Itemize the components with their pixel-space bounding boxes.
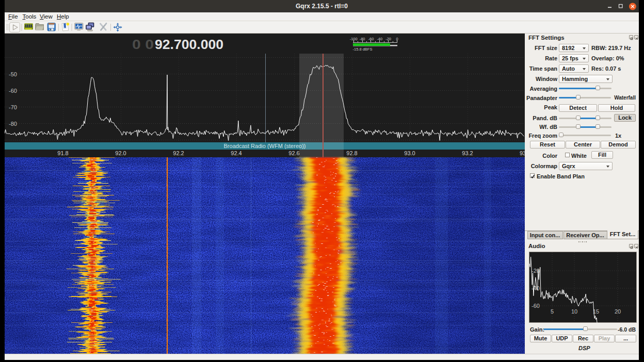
svg-text:-70: -70 [9, 104, 17, 110]
svg-text:-15.8 dBFS: -15.8 dBFS [353, 47, 373, 52]
svg-text:Broadcast Radio (WFM (stereo)): Broadcast Radio (WFM (stereo)) [224, 143, 306, 149]
svg-text:10: 10 [571, 308, 577, 315]
svg-text:20: 20 [615, 308, 621, 315]
svg-text:93.2: 93.2 [462, 150, 473, 156]
svg-text:93.0: 93.0 [404, 150, 415, 156]
svg-text:5: 5 [551, 308, 554, 315]
svg-text:-80: -80 [9, 121, 17, 127]
svg-text:92.4: 92.4 [231, 150, 242, 156]
svg-text:-60: -60 [9, 88, 17, 94]
svg-text:92.0: 92.0 [115, 150, 126, 156]
svg-text:91.8: 91.8 [57, 150, 68, 156]
svg-text:0 0: 0 0 [132, 37, 154, 52]
svg-text:92.8: 92.8 [346, 150, 357, 156]
svg-text:92.700.000: 92.700.000 [155, 37, 223, 52]
svg-text:-60: -60 [532, 303, 540, 309]
svg-text:93: 93 [520, 150, 525, 156]
svg-text:92.2: 92.2 [173, 150, 184, 156]
svg-text:-40: -40 [532, 285, 540, 291]
svg-text:-50: -50 [9, 71, 17, 77]
svg-text:92.6: 92.6 [288, 150, 299, 156]
